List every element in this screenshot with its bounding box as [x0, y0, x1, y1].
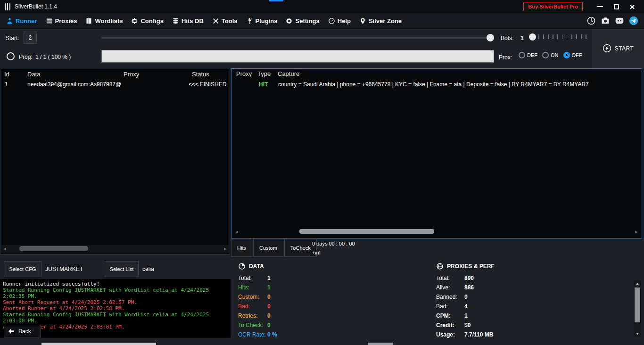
- help-icon: ?: [328, 17, 335, 25]
- start-button[interactable]: START: [592, 28, 644, 68]
- progress-label: Prog:: [19, 54, 33, 60]
- proxy-mode-on[interactable]: ON: [542, 52, 559, 58]
- back-arrow-icon: [8, 328, 15, 335]
- log-line: Aborted Runner at 4/24/2025 2:02:58 PM.: [3, 305, 219, 312]
- tab-custom[interactable]: Custom: [253, 239, 283, 257]
- bottom-scrollbar-thumb-small[interactable]: [368, 343, 393, 345]
- discord-button[interactable]: [614, 16, 624, 26]
- camera-icon: [601, 16, 610, 25]
- silver-zone-pin-icon: [359, 17, 366, 25]
- history-button[interactable]: [586, 16, 596, 26]
- tab-hits[interactable]: Hits: [231, 239, 252, 257]
- slider-thumb[interactable]: [487, 34, 494, 41]
- panel-title-label: PROXIES & PERF: [447, 263, 495, 270]
- stat-total: Total:1: [238, 273, 351, 283]
- slider-ticks: [534, 34, 587, 39]
- wordlists-icon: [85, 17, 92, 25]
- titlebar: SilverBullet 1.1.4 Buy SilverBullet Pro …: [0, 0, 644, 13]
- screenshot-button[interactable]: [600, 16, 610, 26]
- scroll-left-icon[interactable]: ◄: [1, 245, 8, 253]
- configs-gear-icon: [131, 17, 138, 25]
- start-position-input[interactable]: [24, 32, 37, 44]
- selected-wordlist-name: celia: [142, 266, 154, 272]
- proxy-mode-group: DEF ON OFF: [519, 52, 582, 58]
- proxies-panel-title: PROXIES & PERF: [436, 262, 549, 271]
- nav-item-tools[interactable]: Tools: [208, 13, 242, 28]
- close-button[interactable]: ×: [625, 0, 639, 13]
- nav-item-help[interactable]: ? Help: [324, 13, 355, 28]
- prox-label: Prox:: [499, 54, 512, 61]
- nav-item-hits-db[interactable]: Hits DB: [168, 13, 208, 28]
- progress-toggle[interactable]: [7, 52, 15, 60]
- scrollbar-thumb[interactable]: [635, 288, 640, 322]
- proxy-mode-def[interactable]: DEF: [519, 52, 537, 58]
- runner-icon: [6, 17, 13, 25]
- nav-label: Wordlists: [95, 17, 123, 25]
- svg-text:?: ?: [330, 19, 333, 23]
- nav-item-runner[interactable]: Runner: [2, 13, 41, 28]
- tools-icon: [212, 17, 219, 25]
- hits-horizontal-scrollbar[interactable]: ◄ ►: [233, 228, 640, 235]
- select-cfg-button[interactable]: Select CFG: [4, 261, 41, 277]
- telegram-icon: [629, 16, 638, 25]
- nav-item-proxies[interactable]: Proxies: [41, 13, 82, 28]
- radio-icon: [563, 52, 570, 58]
- back-button-label: Back: [18, 328, 31, 335]
- column-header-capture[interactable]: Capture: [278, 70, 299, 77]
- column-header-type[interactable]: Type: [257, 70, 271, 77]
- scroll-right-icon[interactable]: ►: [222, 245, 229, 253]
- results-horizontal-scrollbar[interactable]: ◄ ►: [1, 245, 229, 253]
- silverbullet-window: SilverBullet 1.1.4 Buy SilverBullet Pro …: [0, 0, 644, 345]
- proxy-mode-off[interactable]: OFF: [563, 52, 582, 58]
- stat-proxy-total: Total:890: [436, 273, 549, 283]
- scroll-left-icon[interactable]: ◄: [233, 228, 240, 235]
- column-header-data[interactable]: Data: [27, 71, 40, 78]
- panel-title-label: DATA: [249, 263, 264, 270]
- slider-thumb[interactable]: [529, 33, 536, 41]
- bots-label: Bots:: [501, 35, 513, 41]
- start-position-slider[interactable]: [101, 33, 494, 42]
- stat-proxy-alive: Alive:886: [436, 283, 549, 292]
- nav-item-silver-zone[interactable]: Silver Zone: [355, 13, 406, 28]
- cell-data: needaal394@gmail.com:As987987@: [27, 81, 121, 88]
- cell-capture: country = Saudi Arabia | phone = +966457…: [278, 81, 589, 88]
- nav-item-wordlists[interactable]: Wordlists: [81, 13, 127, 28]
- minimize-button[interactable]: [593, 0, 607, 13]
- proxies-stats-panel: PROXIES & PERF Total:890 Alive:886 Banne…: [436, 262, 549, 339]
- nav-label: Proxies: [55, 17, 77, 25]
- column-header-proxy[interactable]: Proxy: [124, 71, 139, 78]
- table-row[interactable]: 1 needaal394@gmail.com:As987987@ <<< FIN…: [0, 81, 230, 89]
- telegram-button[interactable]: [628, 16, 638, 26]
- nav-item-plugins[interactable]: Plugins: [242, 13, 282, 28]
- discord-icon: [615, 16, 624, 25]
- timer-value: 0 days 00 : 00 : 00: [312, 239, 355, 248]
- log-line: Sent Abort Request at 4/24/2025 2:02:57 …: [3, 299, 219, 305]
- bots-slider[interactable]: [529, 33, 587, 43]
- nav-right-icons: [586, 16, 642, 26]
- top-accent-bar: [269, 0, 283, 1]
- column-header-proxy[interactable]: Proxy: [236, 70, 252, 77]
- column-header-id[interactable]: Id: [4, 71, 9, 78]
- maximize-button[interactable]: [609, 0, 623, 13]
- log-scrollbar[interactable]: ▲ ▼: [634, 280, 641, 337]
- scrollbar-thumb[interactable]: [19, 246, 88, 251]
- window-title: SilverBullet 1.1.4: [15, 3, 57, 10]
- history-clock-icon: [586, 16, 596, 25]
- nav-item-configs[interactable]: Configs: [127, 13, 167, 28]
- cell-type: HIT: [259, 81, 268, 88]
- bottom-scrollbar-thumb[interactable]: [41, 343, 156, 345]
- scrollbar-thumb[interactable]: [299, 229, 434, 234]
- scroll-down-icon[interactable]: ▼: [634, 330, 641, 337]
- cell-id: 1: [5, 81, 8, 88]
- radio-label: OFF: [572, 52, 582, 58]
- nav-label: Tools: [222, 17, 238, 25]
- table-row[interactable]: HIT country = Saudi Arabia | phone = +96…: [231, 81, 642, 89]
- buy-silverbullet-pro-button[interactable]: Buy SilverBullet Pro: [523, 2, 583, 11]
- select-list-button[interactable]: Select List: [105, 261, 139, 277]
- scroll-up-icon[interactable]: ▲: [634, 280, 641, 287]
- maximize-icon: [614, 4, 619, 9]
- back-button[interactable]: Back: [4, 325, 41, 337]
- scroll-right-icon[interactable]: ►: [633, 228, 640, 235]
- column-header-status[interactable]: Status: [192, 71, 209, 78]
- nav-item-settings[interactable]: Settings: [281, 13, 323, 28]
